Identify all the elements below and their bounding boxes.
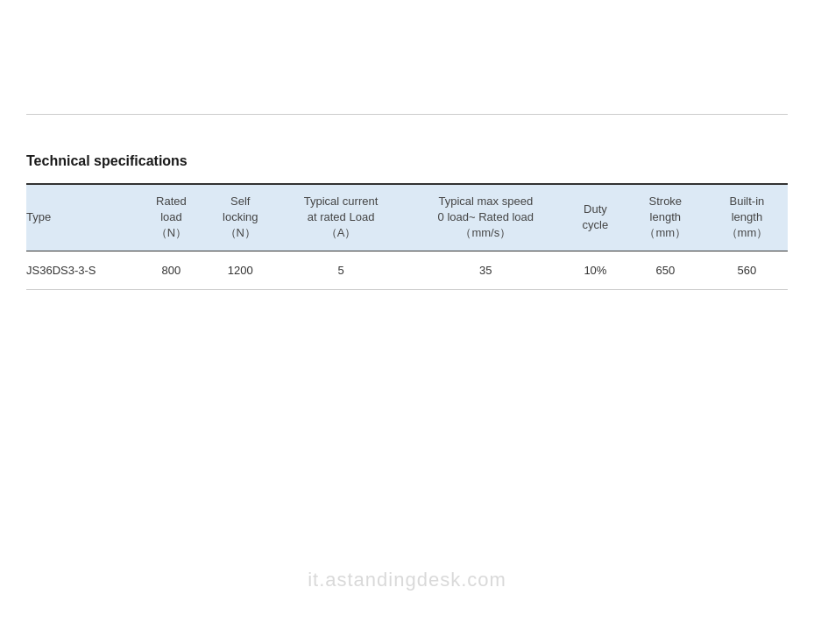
col-header-rated-load: Rated load （N） xyxy=(138,184,204,251)
table-row: JS36DS3-3-S 800 1200 5 35 10% 650 560 xyxy=(26,251,788,289)
content-area: Technical specifications Type Rated load… xyxy=(26,153,788,290)
cell-duty-cycle: 10% xyxy=(566,251,625,289)
cell-rated-load: 800 xyxy=(138,251,204,289)
col-header-typical-max-speed: Typical max speed 0 load~ Rated load （mm… xyxy=(406,184,567,251)
col-header-typical-current: Typical current at rated Load （A） xyxy=(277,184,406,251)
section-title: Technical specifications xyxy=(26,153,788,169)
cell-built-in-length: 560 xyxy=(706,251,788,289)
watermark: it.astandingdesk.com xyxy=(308,569,506,591)
col-header-self-locking: Self locking （N） xyxy=(204,184,277,251)
spec-table: Type Rated load （N） Self locking （N） Typ… xyxy=(26,183,788,290)
col-header-built-in-length: Built-in length （mm） xyxy=(706,184,788,251)
cell-self-locking: 1200 xyxy=(204,251,277,289)
cell-type: JS36DS3-3-S xyxy=(26,251,138,289)
table-header-row: Type Rated load （N） Self locking （N） Typ… xyxy=(26,184,788,251)
cell-typical-max-speed: 35 xyxy=(406,251,567,289)
col-header-stroke-length: Stroke length （mm） xyxy=(625,184,706,251)
cell-typical-current: 5 xyxy=(277,251,406,289)
col-header-type: Type xyxy=(26,184,138,251)
cell-stroke-length: 650 xyxy=(625,251,706,289)
col-header-duty-cycle: Duty cycle xyxy=(566,184,625,251)
top-divider xyxy=(26,114,788,115)
